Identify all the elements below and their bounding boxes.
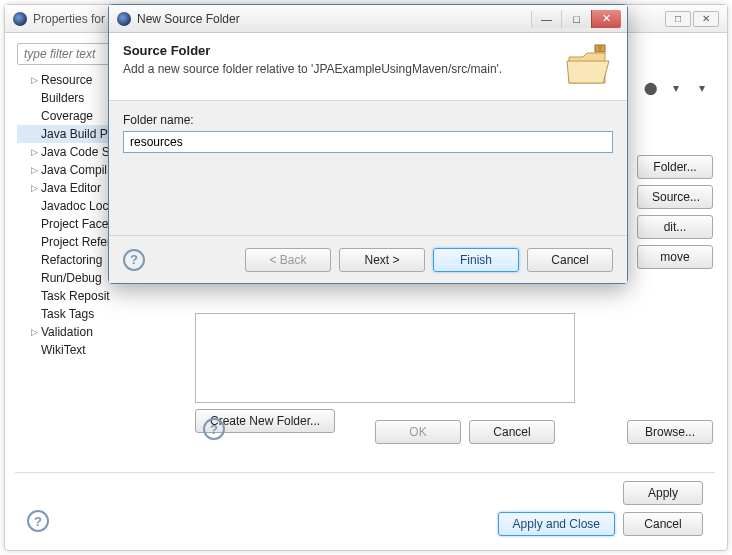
tree-item[interactable]: WikiText (17, 341, 179, 359)
dialog-window-title: New Source Folder (137, 12, 240, 26)
mid-dialog-buttons: OK Cancel (375, 420, 555, 444)
link-source-button[interactable]: Source... (637, 185, 713, 209)
tree-item-label: Project Face (41, 217, 108, 231)
dialog-footer: ? < Back Next > Finish Cancel (109, 235, 627, 283)
properties-footer: ? Apply Apply and Close Cancel (15, 472, 715, 540)
footer-help-icon[interactable]: ? (27, 510, 49, 532)
expand-arrow-icon[interactable]: ▷ (31, 183, 41, 193)
add-folder-button[interactable]: Folder... (637, 155, 713, 179)
menu-dropdown-icon[interactable]: ▾ (691, 77, 713, 99)
close-icon[interactable]: ✕ (693, 11, 719, 27)
footer-cancel-button[interactable]: Cancel (623, 512, 703, 536)
back-nav-icon[interactable]: ⬤ (639, 77, 661, 99)
tree-item-label: Resource (41, 73, 92, 87)
dialog-description: Add a new source folder relative to 'JPA… (123, 62, 502, 76)
help-icon[interactable]: ? (203, 418, 225, 440)
dialog-window-controls: — □ ✕ (531, 10, 621, 28)
tree-item[interactable]: Task Reposit (17, 287, 179, 305)
back-button: < Back (245, 248, 331, 272)
tree-item[interactable]: Task Tags (17, 305, 179, 323)
tree-item-label: Project Refer (41, 235, 111, 249)
dialog-titlebar: New Source Folder — □ ✕ (109, 5, 627, 33)
expand-arrow-icon[interactable]: ▷ (31, 165, 41, 175)
folder-name-label: Folder name: (123, 113, 613, 127)
tree-item-label: Refactoring (41, 253, 102, 267)
tree-item-label: Coverage (41, 109, 93, 123)
new-source-folder-dialog: New Source Folder — □ ✕ Source Folder Ad… (108, 4, 628, 284)
finish-button[interactable]: Finish (433, 248, 519, 272)
edit-button[interactable]: dit... (637, 215, 713, 239)
forward-nav-icon[interactable]: ▾ (665, 77, 687, 99)
next-button[interactable]: Next > (339, 248, 425, 272)
maximize-icon[interactable]: □ (665, 11, 691, 27)
eclipse-icon (117, 12, 131, 26)
tree-item-label: Task Reposit (41, 289, 110, 303)
maximize-icon[interactable]: □ (561, 10, 591, 28)
dialog-header: Source Folder Add a new source folder re… (109, 33, 627, 101)
tree-item-label: Java Compil (41, 163, 107, 177)
dialog-heading: Source Folder (123, 43, 502, 58)
tree-item-label: Java Build Pa (41, 127, 114, 141)
browse-button[interactable]: Browse... (627, 420, 713, 444)
folder-wizard-icon (565, 43, 613, 90)
apply-and-close-button[interactable]: Apply and Close (498, 512, 615, 536)
expand-arrow-icon[interactable]: ▷ (31, 327, 41, 337)
window-controls: □ ✕ (665, 11, 719, 27)
folder-name-input[interactable] (123, 131, 613, 153)
header-toolbar: ⬤ ▾ ▾ (639, 77, 713, 99)
right-buttons: Folder... Source... dit... move (637, 155, 713, 269)
tree-item-label: Run/Debug (41, 271, 102, 285)
close-icon[interactable]: ✕ (591, 10, 621, 28)
properties-title-text: Properties for (33, 5, 105, 33)
dialog-help-icon[interactable]: ? (123, 249, 145, 271)
expand-arrow-icon[interactable]: ▷ (31, 147, 41, 157)
tree-item-label: Javadoc Loc (41, 199, 108, 213)
minimize-icon[interactable]: — (531, 10, 561, 28)
remove-button[interactable]: move (637, 245, 713, 269)
eclipse-icon (13, 12, 27, 26)
folder-list-panel (195, 313, 575, 403)
tree-item-label: WikiText (41, 343, 86, 357)
tree-item-label: Java Editor (41, 181, 101, 195)
tree-item-label: Task Tags (41, 307, 94, 321)
cancel-button[interactable]: Cancel (527, 248, 613, 272)
ok-button: OK (375, 420, 461, 444)
tree-item-label: Builders (41, 91, 84, 105)
tree-item-label: Validation (41, 325, 93, 339)
apply-button[interactable]: Apply (623, 481, 703, 505)
tree-item[interactable]: ▷Validation (17, 323, 179, 341)
dialog-body: Folder name: (109, 101, 627, 165)
expand-arrow-icon[interactable]: ▷ (31, 75, 41, 85)
cancel-button[interactable]: Cancel (469, 420, 555, 444)
tree-item-label: Java Code St (41, 145, 113, 159)
